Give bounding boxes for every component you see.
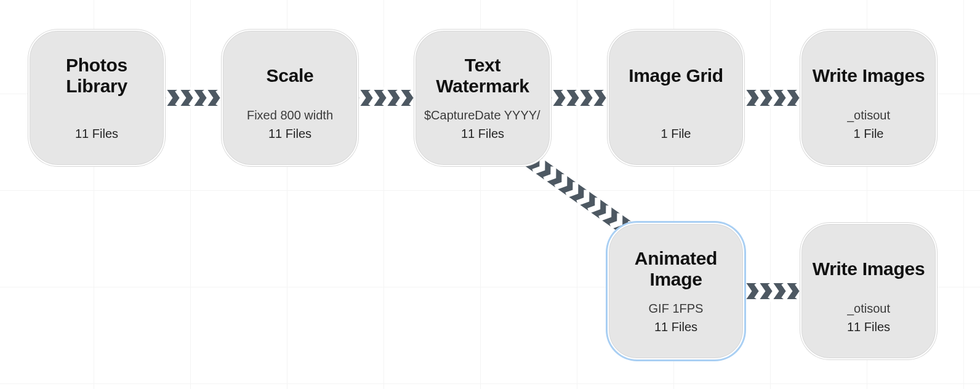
svg-line-9 bbox=[524, 155, 635, 234]
node-file-count: 11 Files bbox=[461, 127, 504, 141]
node-write-images-bottom[interactable]: Write Images _otisout 11 Files bbox=[800, 223, 937, 359]
node-file-count: 11 Files bbox=[75, 127, 118, 141]
node-title: Image Grid bbox=[629, 65, 723, 86]
node-subtitle: _otisout bbox=[847, 302, 890, 316]
node-subtitle: $CaptureDate YYYY/MM bbox=[424, 108, 541, 123]
node-photos-library[interactable]: Photos Library 11 Files bbox=[28, 30, 165, 166]
workflow-canvas[interactable]: Photos Library 11 Files Scale Fixed 800 … bbox=[0, 0, 980, 389]
node-title: Photos Library bbox=[39, 55, 154, 97]
node-file-count: 11 Files bbox=[847, 320, 890, 334]
node-subtitle: Fixed 800 width bbox=[247, 108, 333, 123]
node-title: Write Images bbox=[813, 259, 925, 279]
node-title: Animated Image bbox=[619, 248, 733, 290]
node-image-grid[interactable]: Image Grid 1 File bbox=[608, 30, 744, 166]
node-scale[interactable]: Scale Fixed 800 width 11 Files bbox=[222, 30, 358, 166]
node-title: Scale bbox=[267, 65, 314, 86]
node-file-count: 1 File bbox=[854, 127, 884, 141]
node-title: Text Watermark bbox=[425, 55, 540, 97]
node-text-watermark[interactable]: Text Watermark $CaptureDate YYYY/MM 11 F… bbox=[414, 30, 551, 166]
node-subtitle: _otisout bbox=[847, 108, 890, 123]
node-subtitle: GIF 1FPS bbox=[649, 302, 704, 316]
node-file-count: 11 Files bbox=[268, 127, 311, 141]
node-file-count: 1 File bbox=[661, 127, 691, 141]
node-file-count: 11 Files bbox=[654, 320, 697, 334]
node-animated-image[interactable]: Animated Image GIF 1FPS 11 Files bbox=[608, 223, 744, 359]
node-title: Write Images bbox=[813, 65, 925, 86]
node-write-images-top[interactable]: Write Images _otisout 1 File bbox=[800, 30, 937, 166]
svg-line-10 bbox=[524, 155, 635, 234]
